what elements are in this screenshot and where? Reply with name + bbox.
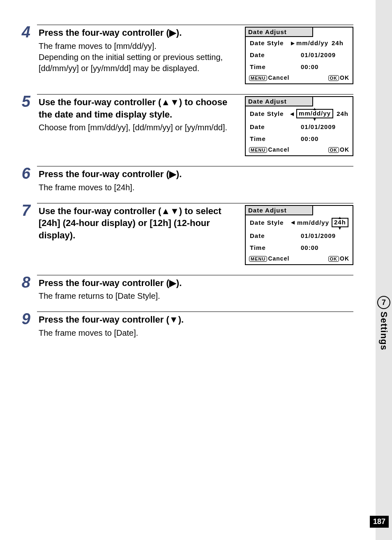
step-4: 4 Press the four-way controller (▶). The…: [37, 25, 353, 84]
down-icon: ▼: [313, 117, 317, 122]
step-description: The frame moves to [mm/dd/yy]. Depending…: [39, 41, 238, 74]
step-description: The frame moves to [Date].: [39, 328, 353, 339]
menu-key-icon: MENU: [249, 147, 267, 153]
step-5: 5 Use the four-way controller (▲▼) to ch…: [37, 94, 353, 156]
step-number: 7: [19, 203, 30, 218]
step-number: 6: [19, 166, 30, 181]
ok-key-icon: OK: [328, 75, 339, 81]
down-icon: ▼: [170, 97, 179, 107]
lcd-label-date: Date: [250, 51, 291, 58]
left-icon: ◀: [291, 219, 295, 225]
lcd-label-time: Time: [250, 63, 291, 70]
ok-key-icon: OK: [328, 256, 339, 262]
page-number: 187: [370, 516, 389, 528]
lcd-label-date-style: Date Style: [250, 219, 291, 226]
down-icon: ▼: [170, 206, 179, 216]
lcd-label-time: Time: [250, 135, 291, 142]
right-margin: [376, 0, 392, 540]
right-icon: ▶: [169, 169, 176, 179]
down-icon: ▼: [338, 226, 342, 231]
step-description: The frame moves to [24h].: [39, 182, 353, 193]
menu-key-icon: MENU: [249, 75, 267, 81]
step-heading: Use the four-way controller (▲▼) to choo…: [39, 96, 238, 120]
step-heading: Press the four-way controller (▼).: [39, 314, 353, 326]
lcd-title: Date Adjust: [245, 205, 313, 215]
selection-box: ▲ 24h ▼: [332, 218, 348, 227]
step-heading: Press the four-way controller (▶).: [39, 168, 353, 180]
step-heading: Press the four-way controller (▶).: [39, 277, 353, 289]
lcd-label-date-style: Date Style: [250, 110, 290, 117]
step-heading: Press the four-way controller (▶).: [39, 27, 238, 39]
lcd-screen: Date Adjust Date Style ◀ mm/dd/yy ▲ 24h …: [245, 205, 353, 265]
ok-key-icon: OK: [328, 147, 339, 153]
chapter-number: 7: [377, 296, 390, 309]
right-icon: ▶: [169, 278, 176, 288]
lcd-screen: Date Adjust Date Style ◀ ▲ mm/dd/yy ▼ 24…: [245, 96, 353, 156]
lcd-screen: Date Adjust Date Style ▶ mm/dd/yy 24h Da…: [245, 27, 353, 84]
down-icon: ▼: [169, 314, 178, 325]
step-7: 7 Use the four-way controller (▲▼) to se…: [37, 203, 353, 265]
step-number: 8: [19, 275, 30, 290]
menu-key-icon: MENU: [249, 256, 267, 262]
up-icon: ▲: [338, 215, 342, 220]
step-heading: Use the four-way controller (▲▼) to sele…: [39, 205, 238, 242]
step-9: 9 Press the four-way controller (▼). The…: [37, 312, 353, 339]
lcd-label-time: Time: [250, 244, 291, 251]
chapter-tab: 7 Settings: [376, 296, 392, 351]
right-icon: ▶: [169, 28, 176, 38]
lcd-title: Date Adjust: [245, 27, 313, 37]
up-icon: ▲: [161, 206, 170, 216]
up-icon: ▲: [161, 97, 170, 107]
lcd-label-date-style: Date Style: [250, 39, 291, 46]
chapter-label: Settings: [378, 312, 389, 351]
step-8: 8 Press the four-way controller (▶). The…: [37, 275, 353, 302]
lcd-label-date: Date: [250, 232, 291, 239]
right-icon: ▶: [291, 40, 295, 46]
up-icon: ▲: [313, 106, 317, 111]
step-number: 5: [19, 94, 30, 109]
step-description: The frame returns to [Date Style].: [39, 291, 353, 302]
step-6: 6 Press the four-way controller (▶). The…: [37, 166, 353, 193]
step-description: Choose from [mm/dd/yy], [dd/mm/yy] or [y…: [39, 122, 238, 133]
step-number: 4: [19, 24, 30, 40]
left-icon: ◀: [290, 111, 294, 117]
selection-box: ▲ mm/dd/yy ▼: [296, 109, 333, 118]
lcd-label-date: Date: [250, 123, 291, 130]
step-number: 9: [19, 311, 30, 327]
lcd-title: Date Adjust: [245, 96, 313, 106]
